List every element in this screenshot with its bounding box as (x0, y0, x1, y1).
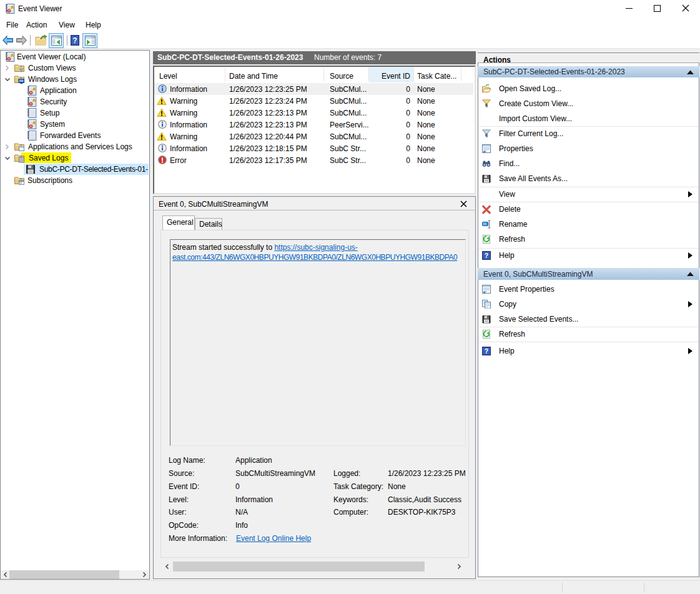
svg-text:?: ? (72, 36, 77, 45)
